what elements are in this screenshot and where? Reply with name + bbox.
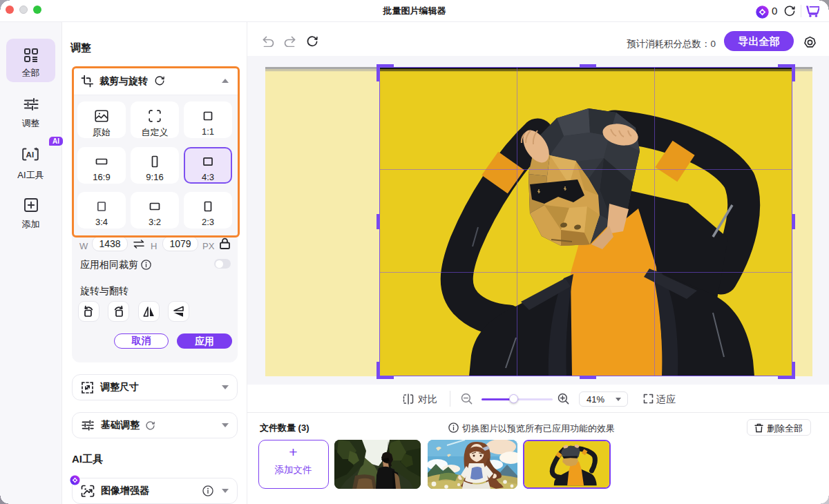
svg-text:AI: AI bbox=[26, 151, 34, 159]
